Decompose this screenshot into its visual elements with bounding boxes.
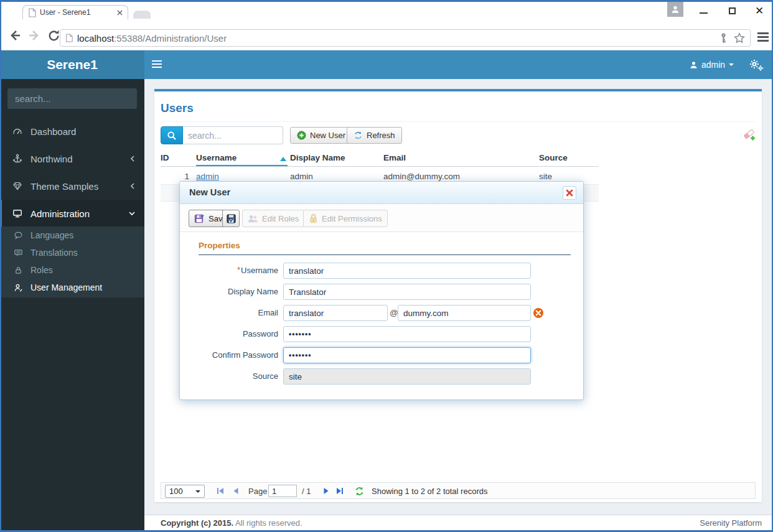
new-tab-button[interactable] [133,11,151,19]
page-size-value: 100 [169,487,183,496]
email-error-icon[interactable] [533,307,544,319]
dialog-title: New User [189,187,230,197]
window-minimize-button[interactable] [695,5,712,16]
anchor-icon [12,154,22,164]
column-header-source[interactable]: Source [539,153,568,162]
email-domain-field[interactable] [398,305,531,321]
grid-search-input[interactable] [183,126,283,144]
confirm-password-field[interactable] [283,347,531,363]
window-maximize-button[interactable] [723,5,741,16]
browser-profile-icon[interactable] [667,2,683,17]
password-field[interactable] [283,326,531,342]
email-user-field[interactable] [283,305,388,321]
column-header-id[interactable]: ID [161,153,169,162]
user-dropdown[interactable]: admin [690,58,734,72]
sidebar-item-label: Translations [30,248,78,258]
user-icon [14,283,23,292]
browser-window: User - Serene1 ✕ localhost:55388/Adminis… [0,0,773,532]
app-footer: Copyright (c) 2015. All rights reserved.… [144,515,773,530]
forward-button[interactable] [27,29,41,42]
display-name-label: Display Name [180,287,278,296]
pager-refresh-icon[interactable] [354,486,365,497]
reload-button[interactable] [47,29,61,43]
username-field-row: *Username [180,263,583,279]
edit-roles-button[interactable]: Edit Roles [242,210,304,227]
email-label: Email [180,308,278,317]
save-floppy-icon [194,213,205,224]
sidebar-item-translations[interactable]: Translations [0,244,144,261]
grid-search-button[interactable] [161,126,183,144]
display-name-field[interactable] [283,284,531,300]
column-header-display-name[interactable]: Display Name [290,153,345,162]
username-label: *Username [180,266,278,275]
new-user-button[interactable]: New User [290,127,352,144]
column-header-email[interactable]: Email [383,153,406,162]
include-deleted-eraser-icon[interactable] [742,128,757,142]
refresh-button[interactable]: Refresh [347,127,402,144]
sidebar-item-dashboard[interactable]: Dashboard [0,118,144,145]
confirm-password-label: Confirm Password [180,350,278,360]
row-source: site [539,172,552,181]
row-email: admin@dummy.com [383,172,460,181]
edit-roles-label: Edit Roles [262,214,299,223]
address-bar[interactable]: localhost:55388/Administration/User [60,29,751,47]
window-close-button[interactable]: ✕ [751,4,768,17]
page-size-select[interactable]: 100 [165,485,205,498]
dialog-close-button[interactable] [563,186,576,200]
sidebar-item-user-management[interactable]: User Management [0,279,144,296]
first-page-button[interactable] [216,487,225,495]
required-asterisk: * [237,266,240,274]
column-header-username[interactable]: Username [196,153,237,162]
desktop-icon [12,208,22,218]
sidebar-item-languages[interactable]: Languages [0,226,144,244]
tab-title: User - Serene1 [40,8,113,17]
caret-down-icon [729,63,734,66]
sidebar-search-input[interactable] [7,93,144,104]
new-user-dialog: New User Save Edit Roles Edit Permission… [179,181,584,400]
refresh-icon [354,131,363,140]
edit-permissions-button[interactable]: Edit Permissions [303,210,388,227]
sidebar-item-roles[interactable]: Roles [0,261,144,279]
browser-menu-icon[interactable] [757,32,769,42]
source-label: Source [180,371,278,381]
browser-tab[interactable]: User - Serene1 [22,5,128,19]
browser-titlebar: User - Serene1 ✕ [0,0,773,19]
email-field-row: Email @ [180,305,583,321]
app-logo[interactable]: Serene1 [0,50,144,79]
platform-text: Serenity Platform [700,518,762,528]
dialog-titlebar[interactable]: New User [180,182,583,204]
refresh-label: Refresh [367,131,395,140]
new-user-label: New User [310,131,345,140]
username-field[interactable] [283,263,531,279]
sidebar-item-theme-samples[interactable]: Theme Samples [0,172,144,200]
tab-close-icon[interactable] [117,10,123,16]
apply-floppy-check-icon [226,213,237,224]
chevron-down-icon [128,210,136,217]
sidebar-item-administration[interactable]: Administration [0,200,144,227]
next-page-button[interactable] [322,487,330,495]
password-label: Password [180,329,278,338]
comment-icon [14,231,23,240]
page-number-input[interactable] [268,485,297,497]
row-username-link[interactable]: admin [196,172,219,181]
caret-down-icon [195,490,200,493]
grid-pager: 100 Page / 1 Showing 1 to 2 of 2 total r… [161,482,756,499]
confirm-password-field-row: Confirm Password [180,347,583,363]
bookmark-star-icon[interactable] [734,32,745,44]
sidebar-item-northwind[interactable]: Northwind [0,145,144,172]
settings-gears-icon[interactable] [749,58,764,71]
last-page-button[interactable] [335,487,344,495]
diamond-icon [12,181,22,191]
prev-page-button[interactable] [232,487,240,495]
chevron-left-icon [129,182,136,190]
back-button[interactable] [8,29,22,42]
sidebar-search [7,88,137,109]
page-icon [28,8,36,17]
row-id: 1 [161,172,189,181]
source-field-row: Source [180,368,583,385]
sidebar-item-label: Administration [30,208,90,219]
sidebar-toggle-icon[interactable] [152,60,163,69]
password-key-icon[interactable] [719,33,728,44]
sidebar-item-label: User Management [30,282,102,292]
apply-changes-button[interactable] [222,210,240,227]
